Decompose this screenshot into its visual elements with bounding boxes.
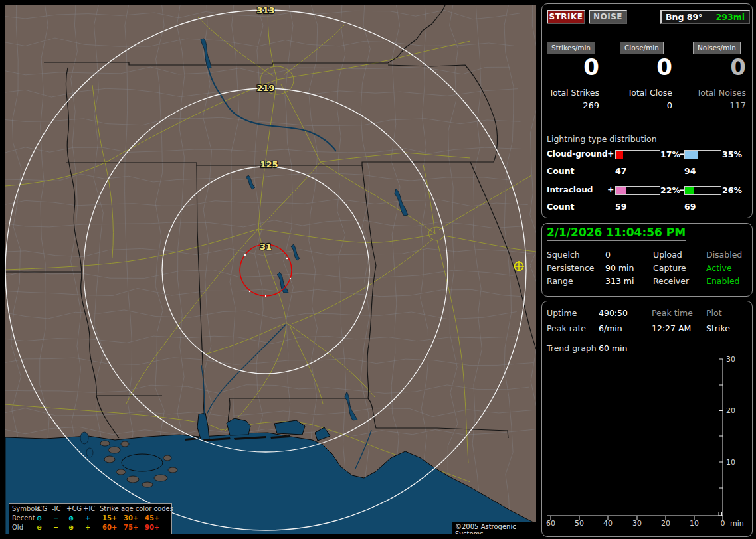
capture-value: Active	[706, 263, 732, 273]
status-row: Squelch 0 Upload Disabled	[542, 250, 753, 260]
status-panel: 2/1/2026 11:04:56 PM Squelch 0 Upload Di…	[541, 223, 753, 297]
map-canvas: 313 219 125 31	[5, 5, 536, 534]
pos-cg-bar	[615, 150, 660, 159]
copyright-notice: ©2005 Astrogenic Systems	[452, 522, 536, 534]
distance-value: 293mi	[716, 12, 745, 22]
total-noises-value: 117	[693, 100, 746, 110]
legend-col-pcg: +CG	[66, 504, 82, 513]
x-tick-30: 30	[632, 519, 642, 528]
total-close-label: Total Close	[620, 88, 672, 98]
strikes-rate: 0	[547, 54, 599, 80]
y-tick-10: 10	[726, 458, 735, 467]
pos-ic-pct: 22%	[660, 185, 680, 195]
y-tick-30: 30	[726, 355, 735, 364]
distribution-title: Lightning type distribution	[547, 134, 657, 145]
ring-label-219: 219	[256, 83, 274, 93]
age-75: 75+	[124, 523, 138, 532]
ring-label-31: 31	[260, 242, 272, 252]
ic-pos-count: 59	[615, 202, 626, 212]
neg-cg-bar	[684, 150, 721, 159]
close-per-min-chip[interactable]: Close/min	[620, 42, 664, 54]
receiver-value: Enabled	[706, 276, 740, 286]
upload-label: Upload	[653, 250, 682, 260]
ic-neg-count: 69	[684, 202, 696, 212]
circle-minus-icon: ⊖	[37, 523, 42, 532]
legend-col-ncg: -CG	[35, 504, 47, 513]
age-30: 30+	[124, 514, 138, 522]
noise-button[interactable]: NOISE	[589, 10, 627, 24]
x-tick-50: 50	[575, 519, 584, 528]
plus-icon: +	[85, 514, 90, 522]
age-15: 15+	[102, 514, 117, 522]
plus-icon: +	[85, 523, 90, 532]
circle-plus-icon: ⊕	[68, 514, 74, 522]
status-row: Range 313 mi Receiver Enabled	[542, 276, 753, 287]
cg-neg-count: 94	[684, 166, 696, 176]
x-tick-60: 60	[546, 519, 555, 528]
map-legend: Symbols -CG -IC +CG +IC Strike age color…	[9, 503, 172, 534]
persistence-label: Persistence	[547, 263, 595, 273]
counters-panel: STRIKE NOISE Bng 89° 293mi Strikes/min C…	[541, 3, 753, 218]
total-noises-label: Total Noises	[693, 88, 746, 98]
close-rate: 0	[620, 54, 672, 80]
x-tick-0: 0	[721, 519, 725, 528]
x-axis-unit: min	[730, 519, 744, 528]
noises-per-min-chip[interactable]: Noises/min	[693, 42, 741, 54]
trend-panel: Uptime 490:50 Peak time Plot Peak rate 6…	[541, 301, 753, 537]
minus-icon: −	[53, 514, 58, 522]
lightning-detector-app: 313 219 125 31 Symbols -CG -IC +CG +IC S…	[0, 0, 756, 539]
circle-plus-icon: ⊕	[68, 523, 74, 532]
ic-count-label: Count	[547, 202, 575, 212]
trend-graph-chart: 30 20 10 60 50 40 30 20 10 0 min	[542, 301, 752, 536]
legend-row-recent: Recent	[12, 514, 35, 522]
datetime-display: 2/1/2026 11:04:56 PM	[547, 226, 686, 241]
bearing-readout: Bng 89° 293mi	[660, 10, 750, 24]
cloud-ground-label: Cloud-ground	[547, 149, 608, 159]
age-90: 90+	[145, 523, 159, 532]
cg-pos-count: 47	[615, 166, 626, 176]
minus-icon: −	[53, 523, 58, 532]
pos-ic-bar	[615, 186, 660, 195]
plus-icon: +	[607, 185, 614, 194]
total-strikes-value: 269	[547, 100, 599, 110]
neg-ic-pct: 26%	[722, 185, 742, 195]
legend-col-nic: -IC	[52, 504, 61, 513]
y-tick-20: 20	[726, 406, 735, 415]
intracloud-label: Intracloud	[547, 185, 593, 194]
legend-row-old: Old	[12, 523, 23, 532]
ring-label-125: 125	[260, 159, 278, 169]
cg-count-label: Count	[547, 166, 575, 176]
receiver-label: Receiver	[653, 276, 689, 286]
total-strikes-label: Total Strikes	[547, 88, 599, 98]
lake-pontchartrain	[122, 454, 163, 471]
range-label: Range	[547, 276, 573, 286]
bearing-value: Bng 89°	[666, 12, 702, 22]
circle-minus-icon: ⊖	[37, 514, 42, 522]
upload-value: Disabled	[706, 250, 742, 260]
status-row: Persistence 90 min Capture Active	[542, 263, 753, 273]
strike-button[interactable]: STRIKE	[547, 10, 585, 24]
neg-ic-bar	[684, 186, 721, 195]
legend-age-title: Strike age color codes	[100, 504, 173, 513]
range-value: 313 mi	[605, 276, 634, 286]
x-tick-20: 20	[661, 519, 670, 528]
x-tick-10: 10	[690, 519, 699, 528]
pos-cg-pct: 17%	[660, 149, 680, 159]
ring-label-313: 313	[256, 5, 274, 15]
strike-map[interactable]: 313 219 125 31 Symbols -CG -IC +CG +IC S…	[5, 5, 536, 534]
noises-rate: 0	[693, 54, 746, 80]
x-tick-40: 40	[603, 519, 613, 528]
legend-col-pic: +IC	[83, 504, 95, 513]
squelch-value: 0	[605, 250, 611, 260]
strikes-per-min-chip[interactable]: Strikes/min	[547, 42, 595, 54]
persistence-value: 90 min	[605, 263, 634, 273]
neg-cg-pct: 35%	[722, 149, 742, 159]
plus-icon: +	[607, 149, 614, 159]
squelch-label: Squelch	[547, 250, 580, 260]
capture-label: Capture	[653, 263, 686, 273]
age-60: 60+	[102, 523, 117, 532]
time-zero-cursor	[719, 512, 722, 516]
age-45: 45+	[145, 514, 159, 522]
total-close-value: 0	[620, 100, 672, 110]
